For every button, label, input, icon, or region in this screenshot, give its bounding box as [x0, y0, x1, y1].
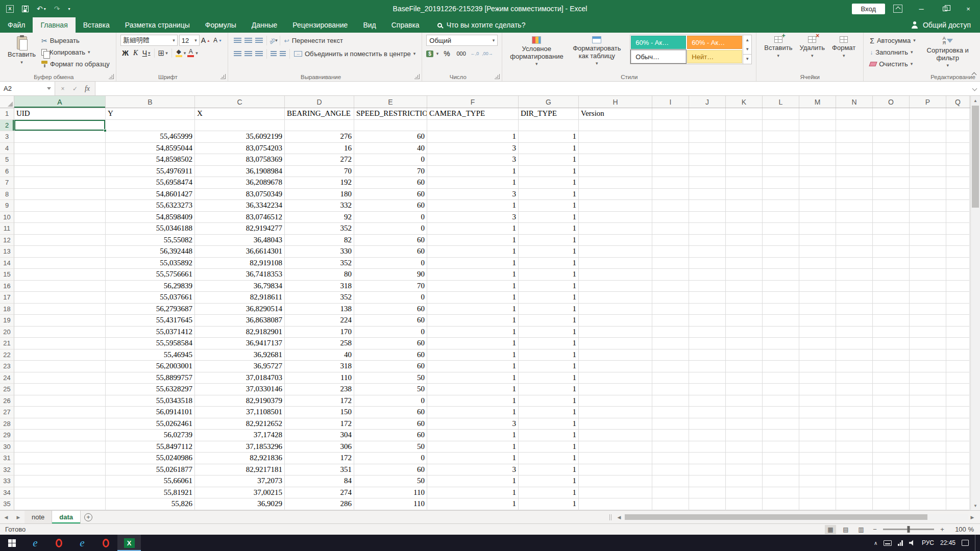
cell-N8[interactable] — [836, 189, 873, 201]
cell-N4[interactable] — [836, 143, 873, 155]
cell-B24[interactable]: 55,8899757 — [106, 372, 195, 384]
cell-L22[interactable] — [763, 349, 799, 361]
cell-C31[interactable]: 82,921836 — [195, 453, 285, 464]
align-center-icon[interactable] — [244, 51, 252, 57]
cell-L32[interactable] — [763, 464, 799, 476]
italic-button[interactable]: К — [131, 47, 141, 59]
minimize-button[interactable]: ─ — [910, 0, 933, 17]
cell-F23[interactable]: 1 — [427, 361, 519, 372]
taskbar-ie-icon-2[interactable]: e — [70, 535, 94, 551]
cell-C18[interactable]: 36,8290514 — [195, 304, 285, 315]
cell-O13[interactable] — [873, 246, 910, 258]
cell-I11[interactable] — [652, 223, 689, 235]
cell-G12[interactable]: 1 — [519, 235, 579, 246]
scroll-left-arrow[interactable]: ◀ — [615, 515, 624, 520]
cell-N25[interactable] — [836, 384, 873, 395]
wrap-text-button[interactable]: Перенести текст — [282, 35, 345, 46]
cell-B34[interactable]: 55,81921 — [106, 487, 195, 499]
cell-N22[interactable] — [836, 349, 873, 361]
cell-B22[interactable]: 55,46945 — [106, 349, 195, 361]
cell-E10[interactable]: 0 — [354, 212, 427, 223]
cell-F7[interactable]: 1 — [427, 177, 519, 189]
cell-L18[interactable] — [763, 304, 799, 315]
cell-L21[interactable] — [763, 338, 799, 349]
cell-M26[interactable] — [799, 395, 836, 407]
cell-L12[interactable] — [763, 235, 799, 246]
tell-me-box[interactable]: Что вы хотите сделать? — [429, 17, 534, 33]
cell-C22[interactable]: 36,92681 — [195, 349, 285, 361]
row-header-27[interactable]: 27 — [0, 407, 14, 418]
cell-L19[interactable] — [763, 315, 799, 327]
cell-I8[interactable] — [652, 189, 689, 201]
cell-Q26[interactable] — [946, 395, 970, 407]
cell-K33[interactable] — [726, 475, 763, 487]
cell-N28[interactable] — [836, 418, 873, 430]
cell-D27[interactable]: 150 — [285, 407, 354, 418]
cell-N7[interactable] — [836, 177, 873, 189]
cell-D17[interactable]: 352 — [285, 292, 354, 304]
cell-N3[interactable] — [836, 131, 873, 143]
cell-D21[interactable]: 258 — [285, 338, 354, 349]
row-header-21[interactable]: 21 — [0, 338, 14, 349]
cell-P9[interactable] — [910, 200, 946, 212]
cell-P1[interactable] — [910, 108, 946, 120]
cell-P12[interactable] — [910, 235, 946, 246]
cell-L9[interactable] — [763, 200, 799, 212]
cell-N1[interactable] — [836, 108, 873, 120]
cell-L6[interactable] — [763, 166, 799, 178]
cell-G2[interactable] — [519, 120, 579, 132]
cell-F26[interactable]: 1 — [427, 395, 519, 407]
cell-B28[interactable]: 55,0262461 — [106, 418, 195, 430]
cell-E35[interactable]: 110 — [354, 498, 427, 510]
cell-C9[interactable]: 36,3342234 — [195, 200, 285, 212]
restore-button[interactable] — [933, 0, 957, 17]
cell-M27[interactable] — [799, 407, 836, 418]
cell-G8[interactable]: 1 — [519, 189, 579, 201]
cell-H27[interactable] — [579, 407, 652, 418]
cell-Q16[interactable] — [946, 281, 970, 292]
autosum-button[interactable]: Автосумма▾ — [868, 35, 917, 46]
cell-F9[interactable]: 1 — [427, 200, 519, 212]
cell-C20[interactable]: 82,9182901 — [195, 327, 285, 338]
cell-C29[interactable]: 37,17428 — [195, 430, 285, 441]
cell-A10[interactable] — [14, 212, 106, 223]
cell-N33[interactable] — [836, 475, 873, 487]
sort-filter-button[interactable]: АЯ Сортировка и фильтр ▾ — [918, 35, 978, 69]
expand-formula-bar-button[interactable] — [969, 82, 980, 95]
cell-J9[interactable] — [689, 200, 726, 212]
cell-K13[interactable] — [726, 246, 763, 258]
row-header-5[interactable]: 5 — [0, 154, 14, 166]
insert-cells-button[interactable]: + Вставить ▾ — [761, 35, 796, 60]
cell-P34[interactable] — [910, 487, 946, 499]
cell-O10[interactable] — [873, 212, 910, 223]
cell-P17[interactable] — [910, 292, 946, 304]
cell-C33[interactable]: 37,2073 — [195, 475, 285, 487]
cell-M31[interactable] — [799, 453, 836, 464]
cell-M15[interactable] — [799, 269, 836, 281]
cell-M16[interactable] — [799, 281, 836, 292]
cell-L25[interactable] — [763, 384, 799, 395]
cell-L24[interactable] — [763, 372, 799, 384]
cell-F4[interactable]: 3 — [427, 143, 519, 155]
cell-H9[interactable] — [579, 200, 652, 212]
cell-Q20[interactable] — [946, 327, 970, 338]
cell-N16[interactable] — [836, 281, 873, 292]
cell-F20[interactable]: 1 — [427, 327, 519, 338]
cell-F3[interactable]: 1 — [427, 131, 519, 143]
cell-N6[interactable] — [836, 166, 873, 178]
cell-J32[interactable] — [689, 464, 726, 476]
cell-Q32[interactable] — [946, 464, 970, 476]
cell-Q5[interactable] — [946, 154, 970, 166]
cell-D32[interactable]: 351 — [285, 464, 354, 476]
cell-H22[interactable] — [579, 349, 652, 361]
cell-G26[interactable]: 1 — [519, 395, 579, 407]
cell-C27[interactable]: 37,1108501 — [195, 407, 285, 418]
cell-E12[interactable]: 60 — [354, 235, 427, 246]
cell-style-chip[interactable]: 60% - Ак… — [631, 36, 686, 49]
cell-J11[interactable] — [689, 223, 726, 235]
cell-K27[interactable] — [726, 407, 763, 418]
cell-H14[interactable] — [579, 258, 652, 269]
column-header-H[interactable]: H — [579, 96, 652, 108]
row-header-3[interactable]: 3 — [0, 131, 14, 143]
cell-G16[interactable]: 1 — [519, 281, 579, 292]
